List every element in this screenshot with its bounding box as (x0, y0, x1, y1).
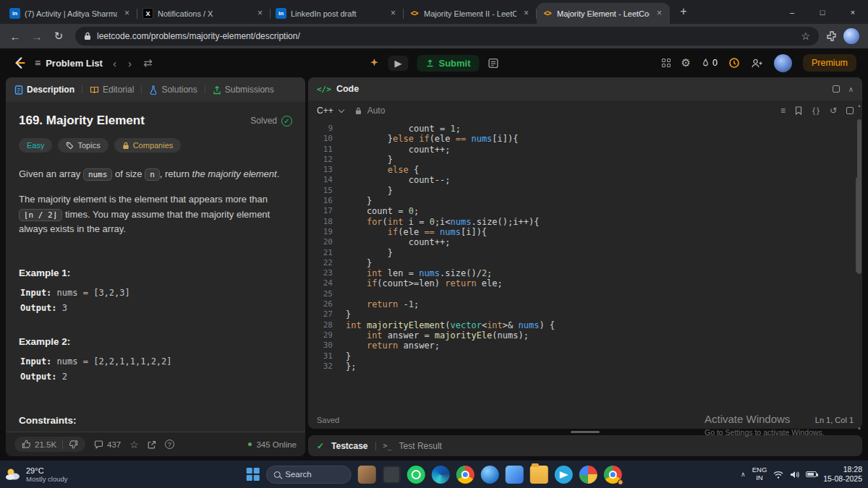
code-line[interactable]: 21 } (308, 248, 862, 258)
tab-editorial[interactable]: Editorial (90, 85, 134, 95)
screenshot-tool-icon[interactable] (382, 466, 400, 484)
topics-badge[interactable]: Topics (58, 138, 108, 153)
thumbs-down-icon[interactable] (69, 440, 78, 449)
collapse-panel-icon[interactable]: ∧ (848, 85, 854, 93)
scroll-down-icon[interactable]: ▼ (857, 427, 861, 431)
language-indicator[interactable]: ENG IN (752, 466, 767, 482)
window-minimize-button[interactable]: – (777, 0, 807, 24)
code-line[interactable]: 32}; (308, 361, 862, 372)
code-line[interactable]: 29 int answer = majorityEle(nums); (308, 330, 862, 341)
fullscreen-icon[interactable] (833, 85, 840, 93)
browser-tab[interactable]: <>Majority Element - LeetCode× (537, 3, 670, 24)
image-file-icon[interactable] (357, 466, 375, 484)
blue-app-icon[interactable] (480, 466, 498, 484)
code-line[interactable]: 24 if(count>=len) return ele; (308, 278, 862, 288)
code-line[interactable]: 14 count--; (308, 175, 862, 185)
code-line[interactable]: 12 } (308, 155, 862, 165)
whatsapp-icon[interactable] (407, 466, 425, 484)
code-line[interactable]: 30 return answer; (308, 341, 862, 351)
share-icon[interactable] (148, 440, 156, 449)
browser-profile-avatar[interactable] (843, 28, 859, 44)
reload-button[interactable]: ↻ (49, 27, 68, 46)
code-line[interactable]: 18 for(int i = 0;i<nums.size();i++){ (308, 217, 862, 227)
panel-resize-handle[interactable] (571, 431, 600, 433)
notes-icon[interactable] (488, 58, 499, 69)
ai-assistant-icon[interactable] (369, 58, 379, 68)
invite-user-icon[interactable] (751, 58, 763, 69)
edge-browser-icon[interactable] (431, 466, 449, 484)
code-line[interactable]: 19 if(ele == nums[i]){ (308, 227, 862, 237)
code-line[interactable]: 15 } (308, 186, 862, 196)
tab-close-icon[interactable]: × (654, 8, 665, 19)
taskbar-clock[interactable]: 18:28 15-08-2025 (823, 465, 862, 484)
timer-icon[interactable] (728, 57, 740, 69)
bookmark-icon[interactable] (795, 106, 802, 115)
code-line[interactable]: 27} (308, 309, 862, 320)
test-result-tab[interactable]: Test Result (399, 441, 442, 451)
layout-grid-icon[interactable] (662, 59, 671, 67)
window-close-button[interactable]: × (838, 0, 868, 24)
telegram-icon[interactable] (554, 466, 572, 484)
photos-app-icon[interactable] (579, 466, 597, 484)
code-line[interactable]: 11 count++; (308, 145, 862, 155)
gear-icon[interactable]: ⚙ (681, 56, 691, 69)
tab-close-icon[interactable]: × (388, 8, 399, 19)
code-line[interactable]: 23 int len = nums.size()/2; (308, 268, 862, 278)
snippets-icon[interactable]: {} (812, 107, 820, 115)
next-problem-button[interactable]: › (127, 57, 133, 69)
leetcode-logo[interactable] (12, 55, 26, 71)
back-button[interactable]: ← (6, 27, 25, 46)
code-line[interactable]: 26 return -1; (308, 299, 862, 309)
code-line[interactable]: 17 count = 0; (308, 206, 862, 216)
difficulty-badge[interactable]: Easy (19, 138, 52, 153)
code-line[interactable]: 25 (308, 289, 862, 299)
cursor-position[interactable]: Ln 1, Col 1 (815, 416, 854, 424)
tab-submissions[interactable]: Submissions (213, 85, 274, 95)
premium-button[interactable]: Premium (803, 54, 856, 72)
blue-app-icon-2[interactable] (505, 466, 523, 484)
code-line[interactable]: 31} (308, 351, 862, 361)
help-icon[interactable]: ? (165, 440, 174, 449)
start-button[interactable] (247, 468, 260, 481)
comments-button[interactable]: 437 (94, 440, 121, 449)
window-maximize-button[interactable]: □ (807, 0, 838, 24)
volume-icon[interactable] (790, 471, 799, 479)
testcase-tab[interactable]: Testcase (331, 441, 367, 451)
shuffle-icon[interactable]: ⇄ (142, 56, 154, 69)
streak-counter[interactable]: 0 (702, 58, 718, 68)
problem-list-button[interactable]: ≡ Problem List (35, 57, 103, 69)
code-line[interactable]: 9 count = 1; (308, 124, 862, 134)
browser-tab[interactable]: in(7) Activity | Aditya Sharma | Li× (4, 3, 137, 24)
bookmark-star-icon[interactable]: ☆ (801, 30, 810, 42)
code-line[interactable]: 13 else { (308, 165, 862, 175)
format-code-icon[interactable]: ≡ (780, 106, 786, 116)
chrome-browser-icon[interactable] (456, 466, 474, 484)
chrome-profile-icon[interactable] (603, 466, 621, 484)
undo-icon[interactable]: ↺ (830, 106, 837, 116)
address-bar[interactable]: leetcode.com/problems/majority-element/d… (75, 27, 819, 46)
tab-close-icon[interactable]: × (255, 8, 265, 19)
submit-button[interactable]: Submit (417, 55, 479, 72)
extensions-puzzle-icon[interactable] (826, 30, 838, 42)
code-area[interactable]: 9 count = 1;10 }else if(ele == nums[i]){… (308, 121, 862, 372)
favorite-star-icon[interactable]: ☆ (129, 439, 139, 450)
tray-chevron-icon[interactable]: ∧ (741, 471, 746, 478)
user-avatar[interactable] (774, 54, 792, 72)
code-line[interactable]: 22 } (308, 258, 862, 268)
wifi-icon[interactable] (773, 471, 783, 479)
battery-icon[interactable] (806, 471, 817, 477)
tab-close-icon[interactable]: × (521, 8, 532, 19)
code-line[interactable]: 20 count++; (308, 237, 862, 247)
scroll-up-icon[interactable]: ▲ (857, 103, 861, 108)
autocomplete-label[interactable]: Auto (367, 106, 386, 116)
taskbar-search[interactable]: Search (265, 466, 351, 484)
tab-close-icon[interactable]: × (122, 8, 132, 19)
browser-tab[interactable]: <>Majority Element II - LeetCode× (404, 3, 537, 24)
tab-solutions[interactable]: Solutions (149, 85, 197, 95)
code-line[interactable]: 28int majorityElement(vector<int>& nums)… (308, 320, 862, 330)
companies-badge[interactable]: Companies (114, 138, 182, 153)
tab-description[interactable]: Description (14, 85, 75, 95)
browser-tab[interactable]: inLinkedIn post draft× (271, 3, 404, 24)
taskbar-weather-widget[interactable]: 29°C Mostly cloudy (4, 466, 68, 483)
like-button[interactable]: 21.5K (22, 440, 56, 449)
